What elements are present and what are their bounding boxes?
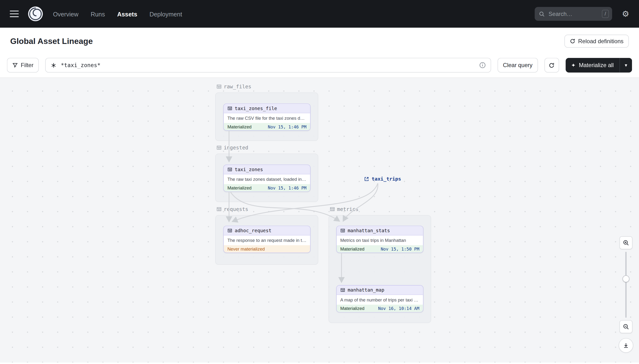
materialize-sparkle-icon: ✦ (571, 62, 575, 68)
nav-item-deployment[interactable]: Deployment (150, 10, 182, 18)
table-icon (340, 228, 345, 233)
status-label: Never materialized (228, 246, 265, 251)
asset-node-taxi_zones_file[interactable]: taxi_zones_file The raw CSV file for the… (223, 104, 311, 131)
asset-description: The raw taxi zones dataset, loaded int… (224, 174, 310, 184)
table-icon (340, 288, 345, 292)
asset-name: taxi_zones_file (235, 106, 277, 111)
asset-node-manhattan_map[interactable]: manhattan_map A map of the number of tri… (336, 285, 423, 312)
zoom-slider-track[interactable] (625, 252, 626, 318)
zoom-in-icon (623, 240, 629, 246)
materialize-all-split-button: ✦ Materialize all ▾ (565, 58, 632, 73)
group-grid-icon (216, 206, 222, 212)
asset-name: adhoc_request (235, 228, 271, 234)
settings-gear-icon[interactable]: ⚙ (622, 10, 629, 18)
search-icon (539, 11, 545, 17)
status-timestamp: Nov 16, 10:14 AM (378, 306, 419, 311)
info-icon[interactable] (479, 62, 486, 68)
status-label: Materialized (228, 124, 252, 129)
app-root: Overview Runs Assets Deployment / ⚙ Glob… (0, 0, 639, 364)
asset-name: manhattan_stats (348, 228, 390, 234)
materialize-all-label: Materialize all (579, 62, 614, 68)
status-label: Materialized (228, 186, 252, 190)
search-shortcut-badge: / (602, 10, 609, 18)
zoom-slider-handle[interactable] (622, 276, 629, 282)
refresh-icon (570, 38, 575, 44)
nav-right: / ⚙ (535, 7, 629, 21)
recenter-button[interactable] (619, 338, 633, 353)
asset-node-taxi_zones[interactable]: taxi_zones The raw taxi zones dataset, l… (223, 164, 311, 192)
asset-status-row: Materialized Nov 15, 1:50 PM (337, 245, 423, 252)
refresh-lineage-button[interactable] (544, 58, 559, 73)
status-label: Materialized (340, 306, 364, 311)
clear-query-button[interactable]: Clear query (498, 58, 538, 73)
asset-description: The response to an request made in th… (224, 235, 310, 245)
table-icon (228, 167, 232, 172)
asset-query-box[interactable] (46, 58, 491, 73)
nav-item-assets[interactable]: Assets (117, 10, 137, 18)
filter-label: Filter (21, 62, 34, 68)
table-icon (228, 228, 232, 233)
nav-item-runs[interactable]: Runs (91, 10, 105, 18)
zoom-out-button[interactable] (619, 320, 632, 333)
reload-definitions-button[interactable]: Reload definitions (564, 34, 629, 48)
reload-definitions-label: Reload definitions (578, 38, 623, 44)
asset-name: taxi_zones (235, 166, 263, 172)
status-label: Materialized (340, 246, 364, 251)
lineage-edges (0, 78, 639, 362)
page-title: Global Asset Lineage (10, 36, 93, 46)
dagster-logo-icon[interactable] (28, 6, 43, 22)
status-timestamp: Nov 15, 1:46 PM (268, 124, 306, 129)
zoom-panel (619, 236, 633, 353)
nav-links: Overview Runs Assets Deployment (53, 10, 182, 18)
asset-query-input[interactable] (60, 62, 476, 69)
filter-funnel-icon (12, 62, 18, 68)
group-label-requests: requests (216, 206, 248, 212)
group-label-ingested: ingested (216, 144, 248, 150)
filter-button[interactable]: Filter (7, 58, 39, 73)
asset-node-manhattan_stats[interactable]: manhattan_stats Metrics on taxi trips in… (336, 226, 423, 253)
lineage-canvas[interactable]: raw_files ingested requests metrics (0, 78, 639, 362)
asset-description: Metrics on taxi trips in Manhattan (337, 235, 423, 245)
recenter-icon (623, 342, 629, 349)
nav-item-overview[interactable]: Overview (53, 10, 78, 18)
asset-status-row: Materialized Nov 16, 10:14 AM (337, 304, 423, 312)
status-timestamp: Nov 15, 1:50 PM (381, 246, 419, 251)
lineage-toolbar: Filter Clear query ✦ Materialize all ▾ (0, 58, 639, 73)
op-selector-icon (51, 62, 57, 68)
asset-description: A map of the number of trips per taxi z… (337, 295, 423, 305)
page-header: Global Asset Lineage Reload definitions (0, 28, 639, 54)
group-label-raw_files: raw_files (216, 84, 251, 90)
zoom-slider[interactable] (620, 252, 632, 318)
asset-description: The raw CSV file for the taxi zones dat… (224, 113, 310, 123)
external-asset-name: taxi_trips (372, 176, 401, 182)
asset-name: manhattan_map (348, 287, 384, 293)
status-timestamp: Nov 15, 1:46 PM (268, 186, 306, 190)
search-input[interactable] (548, 10, 599, 18)
group-grid-icon (330, 206, 335, 212)
external-link-icon (364, 176, 369, 182)
search-box[interactable]: / (535, 7, 612, 21)
clear-query-label: Clear query (503, 62, 532, 68)
asset-node-adhoc_request[interactable]: adhoc_request The response to an request… (223, 226, 311, 253)
asset-status-row: Materialized Nov 15, 1:46 PM (224, 123, 310, 130)
top-nav: Overview Runs Assets Deployment / ⚙ (0, 0, 639, 28)
materialize-all-button[interactable]: ✦ Materialize all (565, 58, 619, 73)
zoom-out-icon (623, 324, 629, 330)
group-grid-icon (216, 84, 222, 89)
external-asset-taxi_trips[interactable]: taxi_trips (364, 176, 401, 182)
asset-status-row: Never materialized (224, 245, 310, 252)
materialize-dropdown-button[interactable]: ▾ (619, 58, 632, 73)
group-grid-icon (216, 145, 222, 150)
chevron-down-icon: ▾ (625, 62, 627, 68)
refresh-icon (548, 62, 554, 68)
table-icon (228, 106, 232, 111)
group-label-metrics: metrics (330, 206, 358, 212)
menu-icon[interactable] (10, 10, 19, 17)
asset-status-row: Materialized Nov 15, 1:46 PM (224, 184, 310, 192)
zoom-in-button[interactable] (619, 236, 632, 249)
